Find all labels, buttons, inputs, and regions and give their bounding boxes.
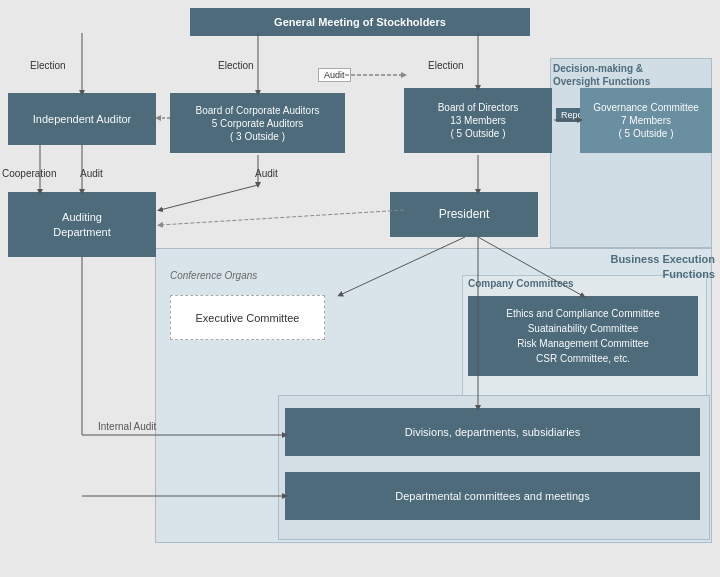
decision-making-label: Decision-making &Oversight Functions xyxy=(553,62,708,88)
svg-line-9 xyxy=(160,210,404,225)
corporate-auditors-text: Board of Corporate Auditors5 Corporate A… xyxy=(196,104,320,143)
departmental-box: Departmental committees and meetings xyxy=(285,472,700,520)
independent-auditor-box: Independent Auditor xyxy=(8,93,156,145)
stockholders-box: General Meeting of Stockholders xyxy=(190,8,530,36)
svg-line-8 xyxy=(160,185,258,210)
conference-organs-label: Conference Organs xyxy=(170,270,257,281)
audit-label-2: Audit xyxy=(80,168,103,179)
company-committees-label: Company Committees xyxy=(468,278,574,289)
business-execution-text: Business ExecutionFunctions xyxy=(610,253,715,280)
executive-committee-text: Executive Committee xyxy=(196,312,300,324)
audit-top-badge: Audit xyxy=(318,68,351,82)
auditing-dept-text: AuditingDepartment xyxy=(53,210,110,239)
election-label-2: Election xyxy=(218,60,254,71)
divisions-box: Divisions, departments, subsidiaries xyxy=(285,408,700,456)
audit-label-3: Audit xyxy=(255,168,278,179)
election-label-3: Election xyxy=(428,60,464,71)
president-box: President xyxy=(390,192,538,237)
auditing-dept-box: AuditingDepartment xyxy=(8,192,156,257)
business-execution-label: Business ExecutionFunctions xyxy=(590,252,715,283)
executive-committee-box: Executive Committee xyxy=(170,295,325,340)
board-directors-box: Board of Directors13 Members( 5 Outside … xyxy=(404,88,552,153)
company-committees-text: Ethics and Compliance CommitteeSuatainab… xyxy=(506,306,659,366)
governance-box: Governance Committee7 Members( 5 Outside… xyxy=(580,88,712,153)
election-label-1: Election xyxy=(30,60,66,71)
board-directors-text: Board of Directors13 Members( 5 Outside … xyxy=(438,101,519,140)
governance-text: Governance Committee7 Members( 5 Outside… xyxy=(593,101,699,140)
corporate-auditors-box: Board of Corporate Auditors5 Corporate A… xyxy=(170,93,345,153)
decision-making-text: Decision-making &Oversight Functions xyxy=(553,63,650,87)
cooperation-label: Cooperation xyxy=(2,168,56,179)
internal-audit-label: Internal Audit xyxy=(98,421,156,432)
company-committees-box: Ethics and Compliance CommitteeSuatainab… xyxy=(468,296,698,376)
diagram: General Meeting of Stockholders Election… xyxy=(0,0,720,577)
